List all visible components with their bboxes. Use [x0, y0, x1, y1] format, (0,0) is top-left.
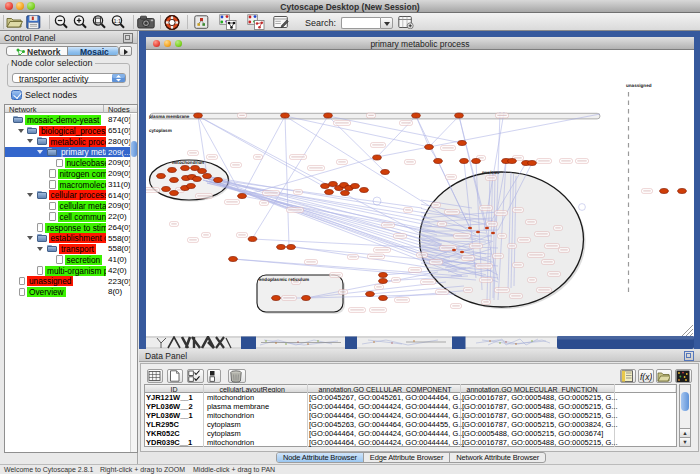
svg-text:endoplasmic reticulum: endoplasmic reticulum [259, 277, 309, 282]
svg-text:nucleus: nucleus [482, 170, 500, 175]
svg-text:plasma membrane: plasma membrane [149, 114, 190, 119]
svg-text:f(x): f(x) [640, 372, 652, 382]
svg-text:1:1: 1:1 [113, 18, 121, 24]
svg-text:cytoplasm: cytoplasm [149, 128, 172, 133]
svg-text:unassigned: unassigned [626, 83, 652, 88]
svg-text:mitochondrion: mitochondrion [172, 160, 204, 165]
